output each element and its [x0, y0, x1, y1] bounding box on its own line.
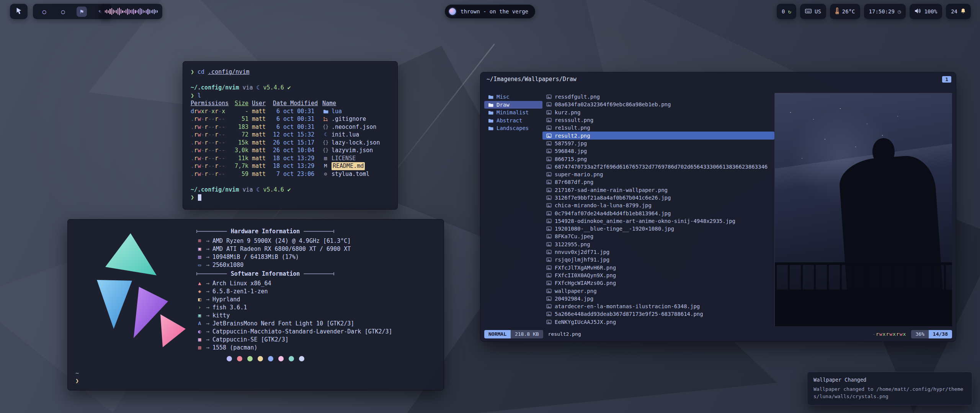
music-player-widget[interactable]: thrown - on the verge — [445, 5, 535, 18]
image-icon — [546, 320, 552, 324]
file-row[interactable]: re1sult.png — [542, 124, 774, 132]
updates-icon: ↻ — [788, 8, 791, 15]
bell-icon — [960, 8, 966, 15]
audio-visualizer — [100, 4, 162, 19]
file-row[interactable]: 3126f7e9bbf21a8a4af0b67b041c6e26.jpg — [542, 194, 774, 202]
visualizer-bar — [157, 10, 158, 13]
file-row[interactable]: wallpaper.png — [542, 287, 774, 294]
braces-icon: {} — [322, 139, 329, 147]
folder-icon — [487, 94, 494, 99]
file-row[interactable]: 154928-odinokoe_anime-art-anime-okno-sin… — [542, 217, 774, 225]
file-row[interactable]: 217167-sad-anime-rain-wallpaper.png — [542, 186, 774, 194]
file-row[interactable]: 3122955.png — [542, 241, 774, 248]
volume-widget[interactable]: 100% — [910, 4, 942, 19]
kernel-icon: ◈ — [196, 288, 203, 294]
file-list: ressdfgult.png08a634fa02a32364f69ebc86a9… — [542, 88, 774, 327]
shell-icon: › — [196, 304, 203, 310]
terminal-icon: ▣ — [196, 312, 203, 318]
file-row[interactable]: EeNKYgIUcAAJ5JX.png — [542, 318, 774, 326]
packages-icon: ▤ — [196, 345, 203, 350]
file-manager-header: ~/Imagenes/Wallpapers/Draw 1 — [487, 76, 951, 83]
arrow-icon: → — [206, 237, 209, 244]
arrow-icon: → — [206, 312, 209, 319]
clock-value: 17:50:29 — [869, 8, 895, 15]
file-row[interactable]: resssult.png — [542, 116, 774, 124]
fetch-terminal-window[interactable]: Hardware Information ⊞→AMD Ryzen 9 5900X… — [67, 219, 444, 390]
file-row[interactable]: 87r687df.png — [542, 178, 774, 186]
file-name: chica-mirando-la-luna-8799.jpg — [555, 202, 652, 208]
notification-popup[interactable]: Wallpaper Changed Wallpaper changed to /… — [807, 372, 972, 405]
column-header: Permissions — [191, 100, 229, 107]
palette-dot — [268, 356, 273, 361]
temperature-widget[interactable]: 26°C — [830, 4, 860, 19]
file-row[interactable]: nnvuv0xj2df71.jpg — [542, 248, 774, 256]
file-row[interactable]: 19201080-__blue-tinge__-1920×1080.jpg — [542, 225, 774, 233]
column-header: User — [252, 100, 266, 107]
sidebar-folder-misc[interactable]: Misc — [484, 93, 542, 101]
updates-widget[interactable]: 0 ↻ — [777, 4, 796, 19]
file-name: EeNKYgIUcAAJ5JX.png — [555, 319, 616, 325]
file-row[interactable]: FXfcJlTXgAMvH6R.png — [542, 264, 774, 272]
folder-icon — [487, 110, 494, 115]
file-row[interactable]: 596848.jpg — [542, 147, 774, 155]
file-row[interactable]: 0c794faf07de24a4db4d4fb1eb813964.jpg — [542, 209, 774, 217]
image-icon — [546, 125, 552, 130]
file-row[interactable]: ressdfgult.png — [542, 93, 774, 101]
file-row[interactable]: chica-mirando-la-luna-8799.jpg — [542, 202, 774, 209]
prompt-path: ~ — [75, 369, 79, 377]
fetch-line: ›→fish 3.6.1 — [196, 303, 438, 311]
speaker-icon — [915, 8, 921, 15]
column-header: Date Modified — [273, 100, 318, 107]
lua-version: v5.4.6 — [263, 84, 284, 92]
file-row[interactable]: FXfcII0X0AQyn9X.png — [542, 272, 774, 279]
file-manager-window[interactable]: ~/Imagenes/Wallpapers/Draw 1 MiscDrawMin… — [480, 72, 956, 342]
file-row[interactable]: super-mario.png — [542, 171, 774, 178]
image-icon — [546, 141, 552, 146]
file-row[interactable]: 866715.png — [542, 155, 774, 163]
file-name: FXfcII0X0AQyn9X.png — [555, 272, 616, 278]
folder-name: Abstract — [497, 117, 522, 124]
sidebar-folder-minimalist[interactable]: Minimalist — [484, 109, 542, 117]
image-icon — [546, 234, 552, 239]
image-icon — [546, 188, 552, 192]
image-icon — [546, 296, 552, 301]
workspace-1[interactable]: ○ — [39, 7, 49, 17]
terminal-window[interactable]: ❯ cd .config/nvim ~/.config/nvim via ☾ v… — [183, 61, 398, 210]
file-row[interactable]: 8FKa7Cu.jpeg — [542, 233, 774, 240]
file-row[interactable]: atardecer-en-la-montanas-ilustracion-634… — [542, 302, 774, 310]
file-row[interactable]: 587597.jpg — [542, 140, 774, 147]
palette-dot — [278, 356, 284, 361]
workspace-2[interactable]: ○ — [58, 7, 68, 17]
file-row[interactable]: rsjqojlmjhf91.jpg — [542, 256, 774, 263]
preview-stars — [790, 112, 791, 113]
file-row[interactable]: FXfcHgcWIAMzs0G.png — [542, 279, 774, 287]
sidebar-folder-landscapes[interactable]: Landscapes — [484, 124, 542, 132]
file-row[interactable]: kurz.png — [542, 109, 774, 116]
thermometer-icon — [835, 8, 839, 15]
sidebar-folder-abstract[interactable]: Abstract — [484, 117, 542, 125]
file-row[interactable]: result2.png — [542, 132, 774, 139]
braces-icon: {} — [322, 123, 329, 131]
notification-body: Wallpaper changed to /home/matt/.config/… — [813, 386, 966, 400]
tab-badge[interactable]: 1 — [942, 76, 951, 83]
file-row[interactable]: 68747470733a2f2f696d616765732d7769786d70… — [542, 163, 774, 171]
visualizer-bar — [119, 8, 120, 15]
notifications-widget[interactable]: 24 — [946, 4, 971, 19]
workspace-3[interactable]: ⚑ — [77, 7, 87, 17]
listing-row: .rw-r--r--7,7kmatt18 oct 13:29MREADME.md — [191, 162, 390, 170]
clock-widget[interactable]: 17:50:29 ◷ — [864, 4, 906, 19]
wm-icon: ◧ — [196, 296, 203, 302]
sidebar-folder-draw[interactable]: Draw — [484, 101, 542, 109]
file-name: .gitignore — [332, 115, 366, 123]
visualizer-bar — [137, 10, 137, 13]
file-name: init.lua — [332, 131, 359, 139]
file-name: resssult.png — [555, 117, 593, 123]
book-icon: ▤ — [322, 154, 329, 163]
file-name: rsjqojlmjhf91.jpg — [555, 257, 609, 263]
keyboard-layout-widget[interactable]: US — [800, 4, 826, 19]
file-row[interactable]: 08a634fa02a32364f69ebc86a98eb1eb.png — [542, 101, 774, 108]
launcher-button[interactable] — [10, 4, 28, 19]
file-row[interactable]: 20492984.jpg — [542, 295, 774, 302]
file-row[interactable]: 5a266e448add93deab367d87173e9f25-6837886… — [542, 310, 774, 318]
icons-icon: ▦ — [196, 337, 203, 342]
